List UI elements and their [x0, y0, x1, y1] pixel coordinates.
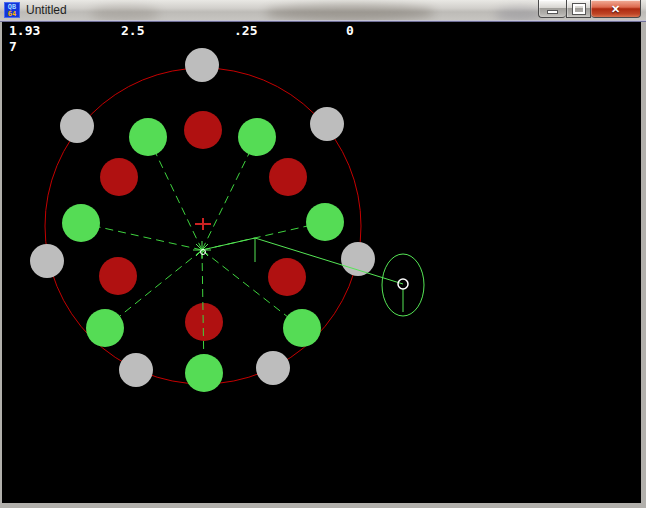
readout-value-4: 0: [346, 23, 354, 39]
readout-value-3: .25: [234, 23, 257, 39]
glass-smudge: [90, 6, 160, 20]
readout-value-2: 2.5: [121, 23, 144, 39]
glass-smudge: [265, 4, 435, 20]
maximize-icon: [573, 4, 585, 14]
minimize-icon: [547, 10, 558, 14]
window-title: Untitled: [26, 3, 67, 17]
qb64-program-window: 1.93 2.5 .25 0 7 QB 64 Untitled ✕: [0, 0, 646, 508]
readout-value-1: 1.93: [9, 23, 40, 39]
caption-button-group: ✕: [538, 0, 641, 18]
titlebar-bottom-edge: [0, 20, 646, 22]
close-button[interactable]: ✕: [591, 0, 641, 18]
readout-value-5: 7: [9, 39, 17, 55]
close-icon: ✕: [611, 1, 620, 17]
app-icon-text-bottom: 64: [5, 11, 19, 18]
minimize-button[interactable]: [538, 0, 566, 18]
maximize-button[interactable]: [566, 0, 591, 18]
program-canvas[interactable]: [2, 22, 641, 503]
qb64-app-icon[interactable]: QB 64: [4, 2, 20, 18]
